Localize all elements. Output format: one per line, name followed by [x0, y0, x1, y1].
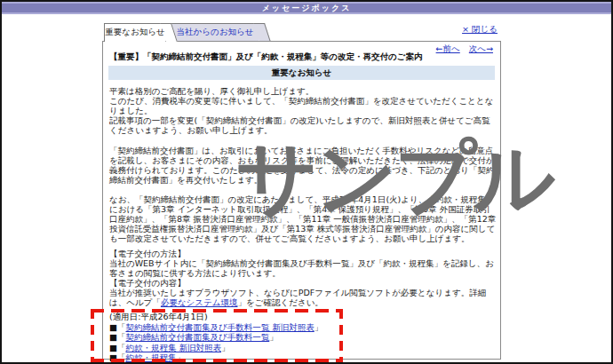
tab-label: 当社からのお知らせ [171, 23, 268, 41]
bullet: ■「 [109, 332, 125, 342]
doc-link-pre-contract-fee-list-comparison[interactable]: 契約締結前交付書面集及び手数料一覧 新旧対照表 [125, 322, 314, 332]
notice-panel: ←前へ 次へ→ 【重要】「契約締結前交付書面」及び「約款・規程集」等の改定・再交… [102, 41, 501, 360]
system-environment-link[interactable]: 必要なシステム環境 [161, 297, 238, 307]
close-link[interactable]: × 閉じる [462, 24, 498, 36]
list-item: ■「契約締結前交付書面集及び手数料一覧 新旧対照表」 [109, 322, 322, 333]
important-notice-banner: 重要なお知らせ [108, 66, 495, 80]
bullet: ■「 [109, 322, 125, 332]
list-item: ■「約款・規程集 新旧対照表」 [109, 343, 322, 353]
notice-paragraph-greeting: 平素は格別のご高配を賜り、厚く御礼申し上げます。 このたび、消費税率の変更等に伴… [109, 86, 497, 135]
tab-important-notices[interactable]: 重要なお知らせ [104, 23, 175, 42]
edelivery-content-title: 【電子交付の内容】 [109, 278, 497, 288]
tab-company-notices[interactable]: 当社からのお知らせ [171, 23, 268, 41]
bullet: ■「 [109, 343, 125, 352]
bullet: ■「 [109, 352, 125, 362]
doc-link-terms-comparison[interactable]: 約款・規程集 新旧対照表 [125, 343, 221, 352]
list-item: ■「約款・規程集」 [109, 352, 322, 363]
message-box-window: メッセージボックス 重要なお知らせ 当社からのお知らせ × 閉じる ←前へ 次へ… [0, 0, 613, 364]
window-titlebar: メッセージボックス [2, 2, 611, 14]
notice-heading: 【重要】「契約締結前交付書面」及び「約款・規程集」等の改定・再交付のご案内 [109, 51, 422, 63]
edelivery-content-text-after: 」をご確認ください。 [238, 297, 323, 307]
pager: ←前へ 次へ→ [430, 44, 493, 55]
doc-link-pre-contract-fee-list[interactable]: 契約締結前交付書面集及び手数料一覧 [125, 332, 269, 342]
apply-date: (適用日:平成26年4月1日) [109, 312, 322, 322]
edelivery-method-title: 【電子交付の方法】 [109, 249, 497, 258]
edelivery-content-body: 当社が推奨いたしますブラウザソフト、ならびにPDFファイル閲覧ソフトが必要となり… [109, 288, 497, 307]
window-title: メッセージボックス [2, 2, 611, 14]
bracket-close: 」 [314, 322, 323, 332]
document-link-list: (適用日:平成26年4月1日) ■「契約締結前交付書面集及び手数料一覧 新旧対照… [109, 312, 322, 363]
list-item: ■「契約締結前交付書面集及び手数料一覧」 [109, 332, 322, 343]
doc-link-terms[interactable]: 約款・規程集 [125, 352, 176, 362]
edelivery-method-body: 当社のWEBサイト内に「契約締結前交付書面集及び手数料一覧」及び「約款・規程集」… [109, 258, 497, 278]
bracket-close: 」 [176, 352, 185, 362]
notice-paragraph-document-purpose: 「契約締結前交付書面」は、お取引においてお客さまにご負担いただく手数料やリスクな… [109, 146, 497, 185]
bracket-close: 」 [269, 332, 278, 342]
tab-label: 重要なお知らせ [104, 23, 175, 41]
next-link[interactable]: 次へ→ [469, 44, 493, 53]
notice-paragraph-revised-chapters: なお、「契約締結前交付書面」の改定にあたりまして、平成26年4月1日(火)より、… [109, 194, 497, 243]
bracket-close: 」 [221, 343, 230, 352]
prev-link[interactable]: ←前へ [436, 44, 460, 53]
